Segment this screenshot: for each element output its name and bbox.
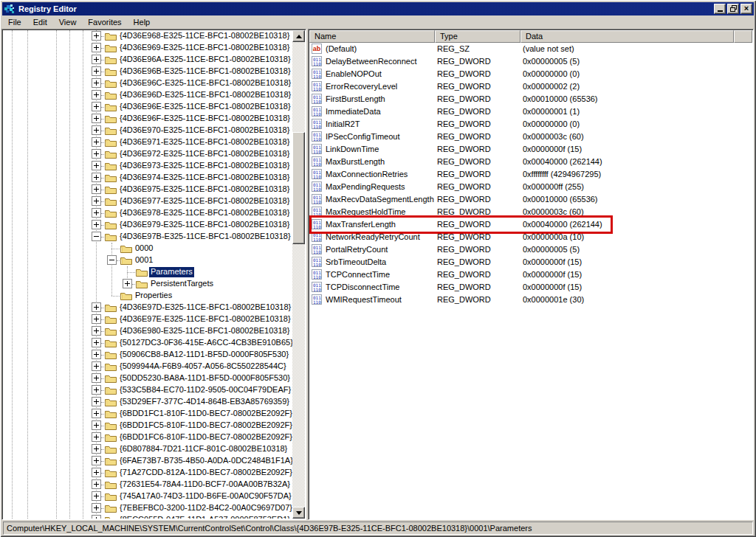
value-row[interactable]: 011110MaxTransferLengthREG_DWORD0x000400… [309,218,752,231]
folder-icon[interactable] [105,409,117,418]
tree-key-label[interactable]: {4D36E975-E325-11CE-BFC1-08002BE10318} [118,184,291,195]
value-row[interactable]: 011110ErrorRecoveryLevelREG_DWORD0x00000… [309,80,752,93]
value-row[interactable]: 011110EnableNOPOutREG_DWORD0x00000000 (0… [309,68,752,80]
value-row[interactable]: 011110ImmediateDataREG_DWORD0x00000001 (… [309,105,752,118]
value-row[interactable]: 011110SrbTimeoutDeltaREG_DWORD0x0000000f… [309,256,752,268]
expand-plus-icon[interactable] [92,409,101,418]
expand-plus-icon[interactable] [92,302,101,312]
value-row[interactable]: 011110MaxRecvDataSegmentLengthREG_DWORD0… [309,193,752,206]
tree-key-label[interactable]: {8ECC055D-047F-11D1-A537-0000F8753ED1} [118,515,292,519]
expand-plus-icon[interactable] [92,220,101,229]
tree-scrollbar[interactable] [292,30,305,519]
folder-icon[interactable] [105,196,117,206]
tree-key-label[interactable]: {4D36E973-E325-11CE-BFC1-08002BE10318} [118,161,291,171]
tree-key-label[interactable]: {6BDD1FC5-810F-11D0-BEC7-08002BE2092F} [118,420,292,431]
tree-key-label[interactable]: {4D36E96D-E325-11CE-BFC1-08002BE10318} [118,90,292,100]
folder-icon[interactable] [105,43,117,52]
folder-icon[interactable] [105,373,117,383]
tree-key-label[interactable]: {4D36E977-E325-11CE-BFC1-08002BE10318} [118,196,291,207]
close-button[interactable]: × [740,4,752,14]
expand-plus-icon[interactable] [92,338,101,347]
tree-key-label[interactable]: {50127DC3-0F36-415E-A6CC-4CB3BE910B65} [118,338,292,348]
folder-icon[interactable] [105,302,117,312]
value-row[interactable]: 011110IPSecConfigTimeoutREG_DWORD0x00000… [309,131,752,143]
value-row[interactable]: 011110NetworkReadyRetryCountREG_DWORD0x0… [309,231,752,243]
folder-icon[interactable] [105,503,117,513]
tree-key-label[interactable]: PersistentTargets [149,279,215,289]
value-row[interactable]: 011110FirstBurstLengthREG_DWORD0x0001000… [309,93,752,105]
folder-icon[interactable] [105,161,117,170]
tree-key-label[interactable]: {4D36E972-E325-11CE-BFC1-08002BE10318} [118,149,291,159]
expand-plus-icon[interactable] [92,515,101,519]
expand-plus-icon[interactable] [92,397,101,406]
folder-icon[interactable] [105,314,117,324]
tree-key-label[interactable]: {4D36E979-E325-11CE-BFC1-08002BE10318} [118,220,291,230]
collapse-minus-icon[interactable] [107,255,117,265]
folder-icon[interactable] [105,102,117,111]
expand-plus-icon[interactable] [92,208,101,218]
folder-icon[interactable] [105,326,117,336]
expand-plus-icon[interactable] [92,137,101,147]
folder-icon[interactable] [105,456,117,465]
folder-icon[interactable] [105,338,117,347]
folder-icon[interactable] [105,232,117,241]
expand-plus-icon[interactable] [92,314,101,324]
column-header-data[interactable]: Data [520,30,734,43]
tree-key-label[interactable]: {4D36E96B-E325-11CE-BFC1-08002BE10318} [118,66,292,77]
scroll-down-button[interactable] [292,507,305,519]
tree-key-label[interactable]: {4D36E978-E325-11CE-BFC1-08002BE10318} [118,208,291,218]
expand-plus-icon[interactable] [92,184,101,194]
tree-key-label[interactable]: {6BDD1FC1-810F-11D0-BEC7-08002BE2092F} [118,409,292,419]
tree-key-label[interactable]: {4D36E974-E325-11CE-BFC1-08002BE10318} [118,173,291,183]
tree-key-label[interactable]: {4D36E980-E325-11CE-BFC1-08002BE10318} [118,326,291,336]
tree-key-label[interactable]: {50906CB8-BA12-11D1-BF5D-0000F805F530} [118,350,290,360]
expand-plus-icon[interactable] [92,55,101,64]
restore-button[interactable] [727,4,739,14]
menu-view[interactable]: View [53,16,83,28]
expand-plus-icon[interactable] [92,432,101,442]
folder-icon[interactable] [105,350,117,359]
expand-plus-icon[interactable] [92,196,101,206]
value-row[interactable]: 011110InitialR2TREG_DWORD0x00000000 (0) [309,118,752,131]
value-row[interactable]: 011110MaxRequestHoldTimeREG_DWORD0x00000… [309,206,752,218]
tree-key-label[interactable]: {50DD5230-BA8A-11D1-BF5D-0000F805F530} [118,373,292,384]
expand-plus-icon[interactable] [92,90,101,100]
expand-plus-icon[interactable] [92,78,101,88]
value-row[interactable]: 011110WMIRequestTimeoutREG_DWORD0x000000… [309,294,752,306]
value-row[interactable]: 011110MaxConnectionRetriesREG_DWORD0xfff… [309,168,752,181]
folder-icon[interactable] [120,255,132,265]
expand-plus-icon[interactable] [92,373,101,383]
value-row[interactable]: 011110MaxPendingRequestsREG_DWORD0x00000… [309,181,752,193]
tree-key-label[interactable]: {5099944A-F6B9-4057-A056-8C550228544C} [118,361,288,372]
folder-icon[interactable] [105,515,117,519]
tree-key-label[interactable]: {4D36E96F-E325-11CE-BFC1-08002BE10318} [118,114,292,124]
value-row[interactable]: 011110TCPConnectTimeREG_DWORD0x0000000f … [309,268,752,281]
minimize-button[interactable] [714,4,726,14]
tree-key-label[interactable]: {4D36E969-E325-11CE-BFC1-08002BE10318} [118,43,291,53]
tree-key-label[interactable]: {533C5B84-EC70-11D2-9505-00C04F79DEAF} [118,385,292,395]
folder-icon[interactable] [105,444,117,454]
folder-icon[interactable] [105,184,117,194]
folder-icon[interactable] [105,125,117,135]
expand-plus-icon[interactable] [92,420,101,430]
menu-edit[interactable]: Edit [27,16,53,28]
expand-plus-icon[interactable] [92,491,101,501]
folder-icon[interactable] [105,137,117,147]
folder-icon[interactable] [105,31,117,41]
tree-key-label[interactable]: {6D807884-7D21-11CF-801C-08002BE10318} [118,444,289,454]
folder-icon[interactable] [136,267,148,277]
folder-icon[interactable] [105,361,117,371]
expand-plus-icon[interactable] [92,326,101,336]
expand-plus-icon[interactable] [92,125,101,135]
column-header-name[interactable]: Name [309,30,435,43]
expand-plus-icon[interactable] [92,468,101,477]
tree-key-label[interactable]: {4D36E96A-E325-11CE-BFC1-08002BE10318} [118,55,292,65]
tree-key-label[interactable]: Properties [134,291,173,301]
tree-key-label[interactable]: {6FAE73B7-B735-4B50-A0DA-0DC2484B1F1A} [118,456,292,466]
expand-plus-icon[interactable] [92,161,101,170]
tree-key-label[interactable]: {7EBEFBC0-3200-11D2-B4C2-00A0C9697D07} [118,503,292,513]
menu-help[interactable]: Help [128,16,157,28]
folder-icon[interactable] [105,479,117,489]
tree-key-label[interactable]: {4D36E97B-E325-11CE-BFC1-08002BE10318} [118,232,292,242]
folder-icon[interactable] [105,66,117,76]
